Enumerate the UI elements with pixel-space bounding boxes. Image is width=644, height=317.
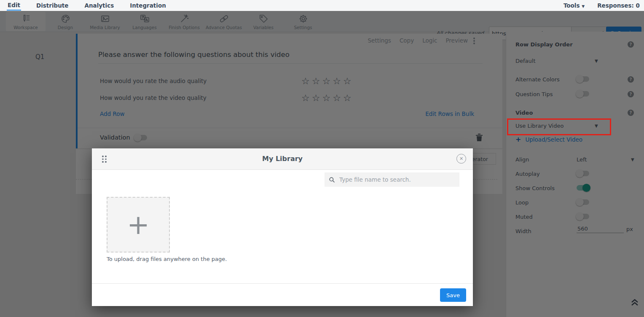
nav-tab-analytics[interactable]: Analytics xyxy=(83,1,115,10)
upload-hint-text: To upload, drag files anywhere on the pa… xyxy=(107,256,227,262)
nav-tab-distribute[interactable]: Distribute xyxy=(35,1,70,10)
my-library-modal: My Library ✕ + To upload, drag files any… xyxy=(92,148,473,306)
modal-header: My Library ✕ xyxy=(92,148,473,170)
modal-title: My Library xyxy=(92,155,473,163)
save-button[interactable]: Save xyxy=(440,288,466,302)
chevron-down-icon: ▼ xyxy=(582,4,585,8)
modal-footer: Save xyxy=(92,283,473,306)
library-search-box xyxy=(325,172,459,187)
library-search-input[interactable] xyxy=(338,176,455,183)
upload-file-tile[interactable]: + xyxy=(107,197,170,253)
top-nav-bar: Edit Distribute Analytics Integration To… xyxy=(0,0,644,11)
close-icon[interactable]: ✕ xyxy=(456,154,466,164)
responses-count[interactable]: Responses: 0 xyxy=(596,1,641,10)
nav-items: Edit Distribute Analytics Integration xyxy=(7,0,167,11)
plus-icon: + xyxy=(127,211,150,238)
nav-tab-edit[interactable]: Edit xyxy=(7,0,21,11)
tools-label: Tools xyxy=(564,2,580,9)
tools-menu[interactable]: Tools ▼ xyxy=(563,1,585,10)
search-icon xyxy=(329,177,335,183)
nav-tab-integration[interactable]: Integration xyxy=(129,1,167,10)
